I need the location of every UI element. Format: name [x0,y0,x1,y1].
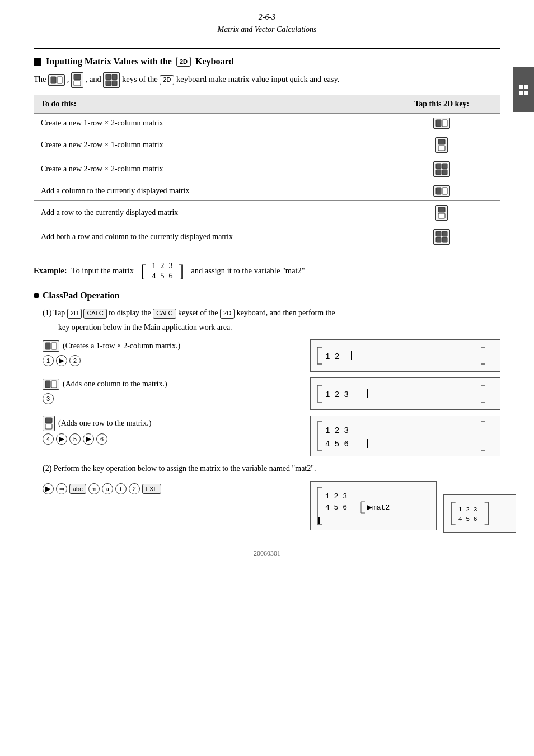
table-cell-action: Create a new 2-row × 1-column matrix [34,133,383,157]
svg-rect-5 [112,74,117,80]
svg-text:1  2  3: 1 2 3 [325,492,347,501]
key-2b[interactable]: 2 [129,483,140,494]
substep-1b-icon-row: (Adds one column to the matrix.) [43,377,301,391]
svg-rect-22 [436,237,441,242]
key-arrow-right1[interactable]: ▶ [56,355,67,366]
classpad-heading-text: ClassPad Operation [43,291,119,301]
key-arrow-step2[interactable]: ▶ [43,483,54,494]
table-header-key: Tap this 2D key: [383,95,500,113]
table-cell-key [383,200,500,225]
screen-4-container: 1 2 3 4 5 6 ▶mat2 [310,481,437,530]
key-t[interactable]: t [115,483,127,494]
key-6[interactable]: 6 [96,433,107,445]
page-header: 2-6-3 Matrix and Vector Calculations [0,0,534,42]
table-row: Create a new 2-row × 2-column matrix [34,157,500,181]
example-label: Example: [34,266,67,276]
svg-rect-6 [106,81,111,86]
substep-1a: (Creates a 1-row × 2-column matrix.) 1 ▶… [43,339,500,372]
table-row: Create a new 1-row × 2-column matrix [34,113,500,133]
step1-text4: keyboard, and then perform the [237,309,335,317]
matrix-icon-1x2-row1 [433,118,450,129]
svg-rect-1 [57,77,62,83]
table-cell-action: Create a new 1-row × 2-column matrix [34,113,383,133]
matrix-values: 1 2 3 4 5 6 [148,260,177,282]
svg-text:1   2   3: 1 2 3 [325,390,349,399]
matrix-icon-2x2-intro [103,72,120,88]
key-1[interactable]: 1 [43,355,54,366]
screen-2: 1 2 3 [310,377,500,410]
svg-text:▶mat2: ▶mat2 [367,503,390,512]
step2-screens: 1 2 3 4 5 6 ▶mat2 [310,481,500,533]
svg-rect-2 [74,74,81,80]
matrix-cell: 6 [169,272,173,281]
svg-rect-17 [442,188,447,194]
key-2d-heading: 2D [176,57,191,67]
key-arrow-right2[interactable]: ▶ [56,433,67,445]
substep-1c-desc: (Adds one row to the matrix.) [58,417,151,430]
key-2d-step1b: 2D [220,309,235,319]
example-text: To input the matrix [72,266,134,276]
substep-1a-icon-row: (Creates a 1-row × 2-column matrix.) [43,339,301,353]
substep-1b-screen: 1 2 3 [310,377,500,410]
substep-1a-desc: (Creates a 1-row × 2-column matrix.) [63,339,180,353]
svg-rect-7 [112,81,117,86]
svg-rect-26 [51,343,57,349]
svg-text:1   2   3: 1 2 3 [325,426,349,435]
svg-rect-20 [436,231,441,236]
key-arrow-right3[interactable]: ▶ [83,433,94,445]
matrix-icon-2x2-row3 [433,161,450,177]
screen-5: 1 2 3 4 5 6 [443,494,516,533]
svg-text:4  5  6: 4 5 6 [458,516,477,522]
key-abc[interactable]: abc [69,484,86,494]
table-cell-action: Add a column to the currently displayed … [34,181,383,200]
intro-text-end: keyboard make matrix value input quick a… [176,74,339,83]
svg-rect-35 [45,381,50,388]
key-a[interactable]: a [102,483,113,494]
matrix-icon-2x2-row6 [433,229,450,245]
svg-text:4   5   6: 4 5 6 [325,440,349,449]
matrix-icon-1x2-intro [48,74,65,86]
key-calc-step1b: CALC [153,309,176,319]
key-exe[interactable]: EXE [142,484,161,494]
svg-rect-52 [367,439,368,448]
matrix-icon-2x1-row5 [435,205,448,221]
key-2d-intro: 2D [160,75,174,85]
svg-rect-10 [438,139,445,144]
heading-text-after: Keyboard [195,57,233,67]
step2-keys: ▶ ⇒ abc m a t 2 EXE [43,483,301,494]
section-heading: Inputting Matrix Values with the 2D Keyb… [34,57,500,67]
svg-rect-16 [436,188,441,194]
svg-rect-19 [438,213,445,218]
substep-1b-keys: 3 [43,393,301,404]
key-implies[interactable]: ⇒ [56,483,67,494]
matrix-icon-2x1-row2 [435,137,448,153]
svg-rect-14 [436,170,441,175]
header-line1: 2-6-3 [0,11,534,24]
substep-1b-desc: (Adds one column to the matrix.) [63,377,167,391]
svg-rect-41 [367,389,368,398]
table-cell-key [383,113,500,133]
section-divider [34,48,500,49]
svg-text:1  2  3: 1 2 3 [458,506,477,513]
heading-text-before: Inputting Matrix Values with the [46,57,172,67]
step2-text: (2) Perform the key operation below to a… [43,464,316,473]
key-5[interactable]: 5 [69,433,81,445]
table-cell-key [383,157,500,181]
example-matrix: [ 1 2 3 4 5 6 ] [140,260,184,282]
matrix-icon-2x1-intro [71,72,83,88]
key-calc-step1: CALC [83,309,106,319]
svg-rect-12 [436,164,441,169]
key-4[interactable]: 4 [43,433,54,445]
key-3[interactable]: 3 [43,393,54,404]
screen-4: 1 2 3 4 5 6 ▶mat2 [310,481,437,530]
svg-rect-46 [45,424,52,429]
step1-text3: keyset of the [178,309,220,317]
key-2d-step1: 2D [67,309,82,319]
key-2[interactable]: 2 [69,355,81,366]
svg-rect-21 [442,231,447,236]
key-m[interactable]: m [88,483,100,494]
table-cell-action: Create a new 2-row × 2-column matrix [34,157,383,181]
step2-left: ▶ ⇒ abc m a t 2 EXE [43,481,301,497]
table-row: Create a new 2-row × 1-column matrix [34,133,500,157]
substep-1c-screen: 1 2 3 4 5 6 [310,416,500,456]
